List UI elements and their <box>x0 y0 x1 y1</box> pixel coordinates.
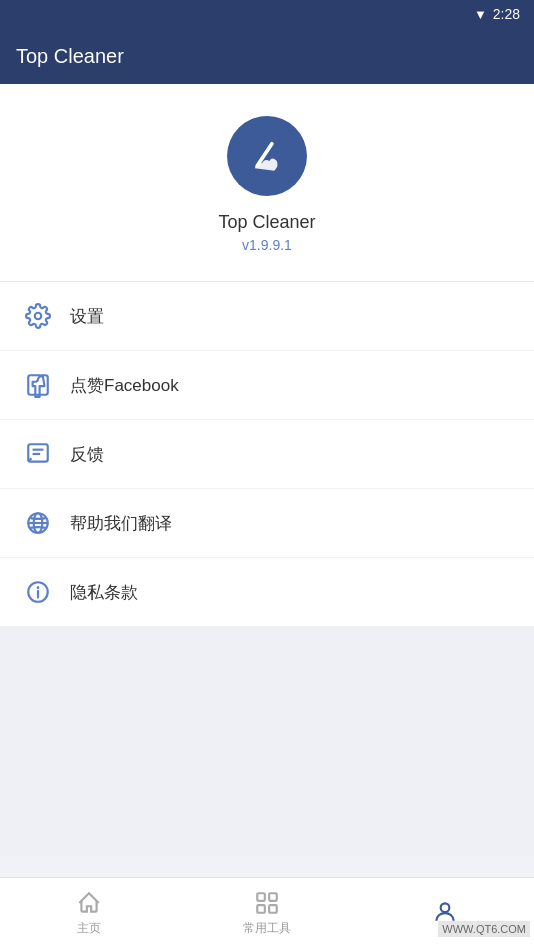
svg-rect-12 <box>257 893 265 901</box>
svg-rect-14 <box>257 905 265 913</box>
svg-point-16 <box>441 903 450 912</box>
feedback-label: 反馈 <box>70 443 104 466</box>
menu-item-facebook[interactable]: 点赞Facebook <box>0 351 534 420</box>
tools-label: 常用工具 <box>243 920 291 937</box>
home-icon <box>76 890 102 916</box>
menu-item-translate[interactable]: 帮助我们翻译 <box>0 489 534 558</box>
home-label: 主页 <box>77 920 101 937</box>
settings-label: 设置 <box>70 305 104 328</box>
app-name: Top Cleaner <box>218 212 315 233</box>
privacy-label: 隐私条款 <box>70 581 138 604</box>
nav-item-tools[interactable]: 常用工具 <box>178 882 356 945</box>
translate-label: 帮助我们翻译 <box>70 512 172 535</box>
grey-area <box>0 626 534 856</box>
info-circle-icon <box>24 578 52 606</box>
nav-item-home[interactable]: 主页 <box>0 882 178 945</box>
app-version: v1.9.9.1 <box>242 237 292 253</box>
menu-item-feedback[interactable]: 反馈 <box>0 420 534 489</box>
menu-list: 设置 点赞Facebook 反馈 <box>0 282 534 626</box>
svg-point-1 <box>35 313 42 320</box>
feedback-icon <box>24 440 52 468</box>
status-bar: ▼ 2:28 <box>0 0 534 28</box>
app-info-section: Top Cleaner v1.9.9.1 <box>0 84 534 281</box>
app-bar-title: Top Cleaner <box>16 45 124 68</box>
watermark: WWW.QT6.COM <box>438 921 530 937</box>
translate-icon <box>24 509 52 537</box>
gear-icon <box>24 302 52 330</box>
menu-item-privacy[interactable]: 隐私条款 <box>0 558 534 626</box>
svg-rect-13 <box>269 893 277 901</box>
broom-icon <box>245 134 289 178</box>
menu-item-settings[interactable]: 设置 <box>0 282 534 351</box>
bottom-nav: 主页 常用工具 <box>0 877 534 949</box>
tools-icon <box>254 890 280 916</box>
app-logo <box>227 116 307 196</box>
facebook-label: 点赞Facebook <box>70 374 179 397</box>
facebook-icon <box>24 371 52 399</box>
status-time: 2:28 <box>493 6 520 22</box>
app-bar: Top Cleaner <box>0 28 534 84</box>
svg-rect-15 <box>269 905 277 913</box>
wifi-icon: ▼ <box>474 7 487 22</box>
